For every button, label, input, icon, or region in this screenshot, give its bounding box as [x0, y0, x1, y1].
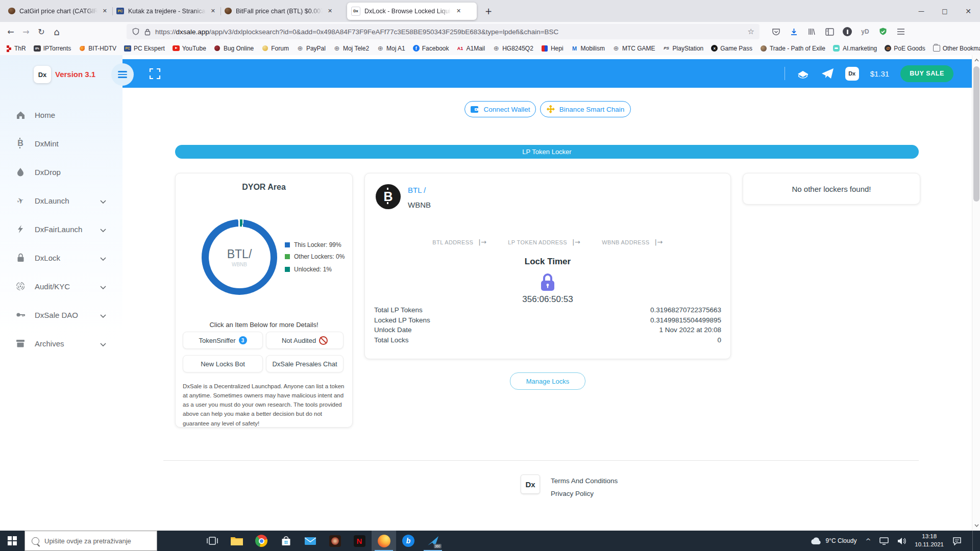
sidebar-item-audit-kyc[interactable]: Audit/KYC [0, 279, 122, 293]
home-icon[interactable]: ⌂ [49, 24, 64, 39]
bookmark-star-icon[interactable]: ☆ [748, 27, 754, 36]
pocket-icon[interactable] [769, 24, 783, 39]
microsoft-store-icon[interactable] [274, 531, 298, 551]
download-icon[interactable] [787, 24, 801, 39]
bookmark-playstation[interactable]: PSPlayStation [663, 45, 704, 52]
volume-icon[interactable] [897, 537, 906, 545]
poe-game-icon[interactable] [323, 531, 347, 551]
battlenet-icon[interactable]: b [396, 531, 421, 551]
connect-wallet-button[interactable]: Connect Wallet [464, 101, 536, 117]
taskbar-search[interactable] [24, 531, 157, 551]
adblock-shield-icon[interactable] [876, 24, 890, 39]
task-view-button[interactable] [200, 531, 225, 551]
start-button[interactable] [0, 531, 24, 551]
scroll-up-icon[interactable] [972, 56, 980, 64]
tab-close-icon[interactable]: ✕ [102, 7, 108, 15]
taskbar-search-input[interactable] [43, 537, 148, 545]
app-logo[interactable]: Dx [34, 66, 51, 83]
bookmark-moj-tele2[interactable]: ⊕Moj Tele2 [333, 45, 369, 52]
presales-chat-button[interactable]: DxSale Presales Chat [266, 355, 344, 372]
bookmark-moj-a1[interactable]: ⊕Moj A1 [377, 45, 405, 52]
file-explorer-icon[interactable] [225, 531, 249, 551]
not-audited-button[interactable]: Not Audited [266, 332, 344, 349]
pair-name-btl[interactable]: BTL / [408, 186, 426, 194]
bookmark-forum[interactable]: Forum [261, 45, 289, 52]
extension-yd-icon[interactable]: yD [858, 24, 872, 39]
chrome-icon[interactable] [249, 531, 274, 551]
window-minimize-button[interactable]: — [910, 0, 933, 22]
new-tab-button[interactable]: + [482, 6, 495, 16]
show-desktop-button[interactable] [972, 531, 975, 551]
window-maximize-button[interactable]: □ [933, 0, 957, 22]
netflix-icon[interactable]: N [347, 531, 372, 551]
bookmark-thr[interactable]: ThR [6, 45, 26, 52]
extension-dark-circle-icon[interactable] [840, 24, 854, 39]
docs-book-icon[interactable] [796, 68, 810, 79]
bookmark-game-pass[interactable]: xGame Pass [711, 45, 752, 52]
sidebar-toggle-icon[interactable] [822, 24, 837, 39]
url-bar[interactable]: https://dxsale.app/app/v3/dxlplocksearch… [127, 24, 760, 39]
browser-tab-catgirl[interactable]: CatGirl price chart (CATGIRL) $0 ✕ [4, 3, 112, 20]
chain-selector-button[interactable]: Binance Smart Chain [540, 101, 631, 117]
scroll-down-icon[interactable] [972, 521, 980, 530]
app-360-icon[interactable]: 360 [421, 531, 445, 551]
sidebar-item-dxmint[interactable]: B DxMint [0, 136, 122, 151]
wbnb-address-link[interactable]: WBNB ADDRESS|→ [602, 238, 663, 246]
bookmark-iptorrents[interactable]: IPtIPTorrents [34, 45, 71, 52]
browser-tab-bitfall[interactable]: BitFall price chart (BTL) $0.0076 ✕ [220, 3, 347, 20]
sidebar-menu-button[interactable] [111, 63, 134, 86]
fullscreen-icon[interactable] [149, 68, 161, 82]
weather-widget[interactable]: 9°C Cloudy [811, 537, 857, 545]
bookmark-facebook[interactable]: fFacebook [413, 45, 449, 52]
bookmark-paypal[interactable]: ⊕PayPal [297, 45, 326, 52]
bookmark-bit-hdtv[interactable]: BIT-HDTV [79, 45, 116, 52]
new-locks-bot-button[interactable]: New Locks Bot [183, 355, 263, 372]
action-center-icon[interactable] [952, 537, 962, 545]
bookmark-youtube[interactable]: YouTube [173, 45, 206, 52]
url-text[interactable]: https://dxsale.app/app/v3/dxlplocksearch… [155, 28, 744, 36]
sidebar-item-dxlock[interactable]: DxLock [0, 251, 122, 265]
lock-icon[interactable] [144, 28, 151, 36]
window-close-button[interactable]: ✕ [957, 0, 980, 22]
bookmark-hg8245q2[interactable]: ⊕HG8245Q2 [493, 45, 533, 52]
manage-locks-button[interactable]: Manage Locks [510, 372, 585, 390]
taskbar-clock[interactable]: 13:18 10.11.2021 [915, 533, 944, 548]
sidebar-item-dxlaunch[interactable]: ✈ DxLaunch [0, 193, 122, 208]
sidebar-item-home[interactable]: Home [0, 108, 122, 122]
bookmark-a1mail[interactable]: A1A1Mail [456, 45, 485, 52]
scrollbar-thumb[interactable] [973, 66, 979, 202]
tracking-shield-icon[interactable] [132, 28, 140, 36]
bookmark-mtc-game[interactable]: ⊕MTC GAME [612, 45, 655, 52]
browser-tab-kutak[interactable]: PC Kutak za trejdere - Stranica 203 ✕ [112, 3, 220, 20]
bookmark-ai-marketing[interactable]: AI.marketing [833, 45, 877, 52]
tab-close-icon[interactable]: ✕ [210, 7, 216, 15]
lp-token-address-link[interactable]: LP TOKEN ADDRESS|→ [508, 238, 580, 246]
bookmark-bug-online[interactable]: Bug Online [214, 45, 254, 52]
bookmark-poe-goods[interactable]: @PoE Goods [885, 45, 925, 52]
forward-icon[interactable]: → [18, 24, 34, 39]
tab-close-icon[interactable]: ✕ [455, 7, 462, 15]
bookmark-hepi[interactable]: Hepi [541, 45, 564, 52]
sidebar-item-dxfairlaunch[interactable]: DxFairLaunch [0, 222, 122, 236]
locker-donut-chart[interactable]: BTL/ WBNB [202, 219, 277, 295]
tab-close-icon[interactable]: ✕ [327, 7, 333, 15]
app-menu-icon[interactable] [894, 24, 908, 39]
sidebar-item-archives[interactable]: Archives [0, 336, 122, 350]
other-bookmarks-button[interactable]: Other Bookmarks [933, 45, 980, 52]
reload-icon[interactable]: ↻ [34, 24, 49, 39]
tokensniffer-button[interactable]: TokenSniffer 3 [183, 332, 263, 349]
buy-sale-button[interactable]: BUY SALE [900, 65, 953, 82]
telegram-icon[interactable] [821, 68, 834, 79]
sidebar-item-dxdrop[interactable]: DxDrop [0, 165, 122, 179]
network-icon[interactable] [879, 537, 889, 545]
back-icon[interactable]: ← [3, 24, 18, 39]
sidebar-item-dxsale-dao[interactable]: DxSale DAO [0, 308, 122, 322]
btl-address-link[interactable]: BTL ADDRESS|→ [432, 238, 486, 246]
bookmark-pc-ekspert[interactable]: PCPC Ekspert [124, 45, 165, 52]
firefox-icon[interactable] [372, 531, 396, 551]
browser-tab-dxlock-active[interactable]: Dx DxLock - Browse Locked Liquidi ✕ [347, 3, 477, 20]
page-scrollbar[interactable] [972, 55, 980, 531]
library-icon[interactable] [804, 24, 819, 39]
privacy-link[interactable]: Privacy Policy [551, 490, 594, 497]
dx-token-icon[interactable]: Dx [845, 67, 859, 81]
